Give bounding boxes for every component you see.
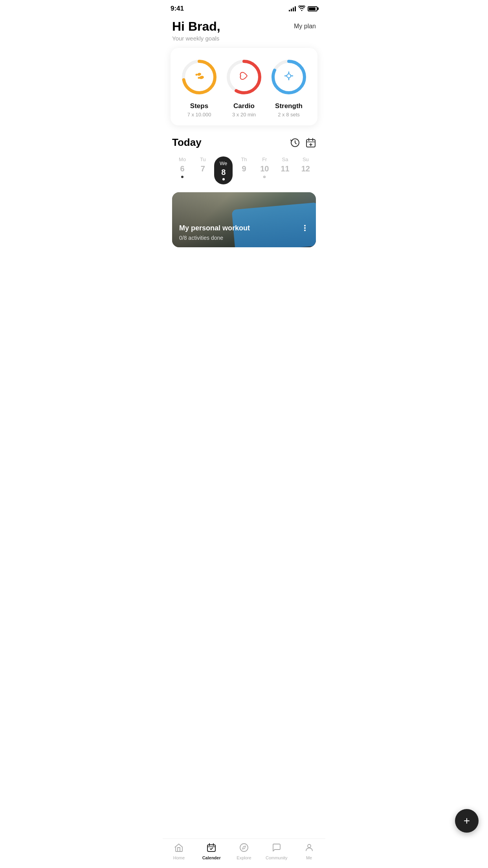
goals-card: Steps 7 x 10.000 Cardio 3 x 20 min	[171, 48, 317, 125]
today-actions	[290, 138, 316, 148]
day-sa[interactable]: Sa 11	[275, 156, 295, 184]
day-su[interactable]: Su 12	[295, 156, 316, 184]
day-fr[interactable]: Fr 10	[254, 156, 275, 184]
today-header: Today	[172, 136, 316, 149]
workout-card[interactable]: My personal workout 0/8 activities done	[172, 192, 316, 247]
steps-icon	[194, 70, 205, 84]
workout-subtitle: 0/8 activities done	[179, 235, 250, 241]
steps-ring	[180, 57, 219, 97]
strength-icon	[284, 71, 294, 83]
goal-item-strength[interactable]: Strength 2 x 8 sets	[266, 57, 311, 118]
workout-menu-button[interactable]	[301, 224, 309, 233]
day-fr-dot	[263, 176, 266, 178]
status-icons	[289, 6, 317, 12]
history-button[interactable]	[290, 138, 300, 148]
greeting-title: Hi Brad,	[172, 20, 220, 33]
goal-item-steps[interactable]: Steps 7 x 10.000	[177, 57, 222, 118]
workout-content: My personal workout 0/8 activities done	[172, 218, 316, 247]
calendar-icon	[306, 138, 316, 148]
today-section: Today	[163, 136, 325, 247]
signal-icon	[289, 6, 296, 11]
svg-point-4	[198, 77, 200, 79]
strength-label: Strength	[275, 102, 303, 110]
cardio-detail: 3 x 20 min	[232, 112, 256, 118]
day-th-dot	[243, 176, 245, 178]
day-tu-dot	[202, 176, 204, 178]
status-bar: 9:41	[163, 0, 325, 16]
workout-text: My personal workout 0/8 activities done	[179, 224, 250, 241]
svg-point-10	[287, 74, 291, 78]
today-title: Today	[172, 136, 202, 149]
status-time: 9:41	[171, 5, 184, 13]
day-sa-dot	[284, 176, 286, 178]
steps-label: Steps	[190, 102, 208, 110]
wifi-icon	[298, 6, 305, 12]
calendar-add-button[interactable]	[306, 138, 316, 148]
svg-point-23	[304, 227, 306, 229]
cardio-icon	[239, 71, 249, 83]
svg-point-24	[304, 230, 306, 231]
strength-detail: 2 x 8 sets	[278, 112, 300, 118]
workout-title: My personal workout	[179, 224, 250, 232]
strength-ring	[269, 57, 308, 97]
svg-point-3	[197, 73, 201, 76]
history-icon	[290, 138, 300, 148]
my-plan-button[interactable]: My plan	[294, 20, 316, 30]
svg-point-22	[304, 225, 306, 226]
goal-item-cardio[interactable]: Cardio 3 x 20 min	[222, 57, 266, 118]
svg-point-5	[196, 74, 198, 76]
battery-icon	[308, 6, 317, 11]
steps-detail: 7 x 10.000	[187, 112, 211, 118]
day-su-dot	[305, 176, 307, 178]
week-calendar: Mo 6 Tu 7 We 8 Th 9 Fr 10	[172, 156, 316, 184]
cardio-ring	[224, 57, 264, 97]
day-th[interactable]: Th 9	[234, 156, 254, 184]
day-mo-dot	[181, 176, 183, 178]
cardio-label: Cardio	[233, 102, 255, 110]
greeting-section: Hi Brad, Your weekly goals	[172, 20, 220, 42]
day-tu[interactable]: Tu 7	[193, 156, 213, 184]
header: Hi Brad, Your weekly goals My plan	[163, 16, 325, 48]
day-mo[interactable]: Mo 6	[172, 156, 193, 184]
day-we[interactable]: We 8	[213, 156, 234, 184]
greeting-subtitle: Your weekly goals	[172, 35, 220, 42]
